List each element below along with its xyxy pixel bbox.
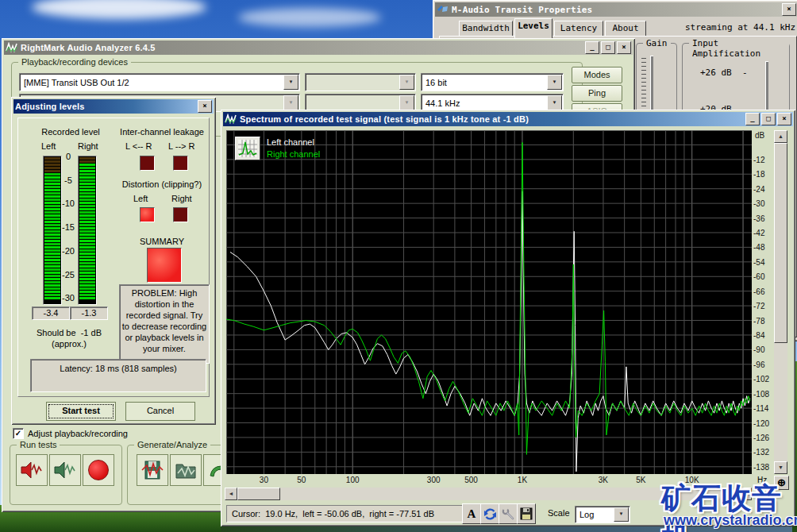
distortion-right-indicator xyxy=(173,207,188,222)
recorded-level-label: Recorded level xyxy=(27,127,114,137)
meter-segment xyxy=(79,243,95,245)
meter-segment xyxy=(79,199,95,201)
run-monitor-test-button[interactable] xyxy=(49,454,81,486)
spectrum-plot[interactable]: Left channel Right channel xyxy=(226,130,752,474)
leakage-label: Inter-channel leakage xyxy=(116,127,208,137)
close-icon[interactable]: × xyxy=(617,41,631,54)
meter-segment xyxy=(44,294,60,296)
input-amp-group-label: Input Amplification xyxy=(689,38,789,59)
rmaa-app-icon xyxy=(6,42,18,53)
scroll-up-icon[interactable]: ▲ xyxy=(774,130,787,143)
font-button[interactable]: A xyxy=(462,503,481,524)
summary-indicator xyxy=(147,248,182,283)
bit-depth-combo[interactable]: 16 bit ▼ xyxy=(421,73,564,91)
meter-segment xyxy=(79,157,95,160)
meter-scale-tick: -10 xyxy=(59,199,78,208)
meter-segment xyxy=(79,173,95,175)
meter-segment xyxy=(79,167,95,169)
chevron-down-icon[interactable]: ▼ xyxy=(547,75,562,90)
meter-segment xyxy=(44,195,60,198)
devices-group-label: Playback/recording devices xyxy=(18,57,131,67)
close-icon[interactable]: × xyxy=(777,113,791,125)
meter-segment xyxy=(44,256,60,258)
chevron-down-icon[interactable]: ▼ xyxy=(283,75,298,90)
meter-segment xyxy=(44,243,60,245)
spectrum-type-button[interactable] xyxy=(235,137,260,160)
db-tick-label: -12 xyxy=(753,156,774,164)
chevron-down-icon[interactable]: ▼ xyxy=(399,75,414,90)
db-tick-label: -36 xyxy=(753,214,774,223)
meter-segment xyxy=(44,170,60,172)
maudio-titlebar: M-Audio Transit Properties × xyxy=(435,2,797,17)
chevron-down-icon[interactable]: ▼ xyxy=(399,95,414,110)
ping-button[interactable]: Ping xyxy=(572,85,622,102)
recording-device-combo[interactable]: ▼ xyxy=(305,73,416,91)
meter-segment xyxy=(44,253,60,255)
meter-segment xyxy=(44,281,60,283)
scroll-down-icon[interactable]: ▼ xyxy=(774,461,787,474)
vscroll-thumb[interactable] xyxy=(774,143,787,343)
scroll-left-icon[interactable]: ◄ xyxy=(225,488,237,500)
amp-mark: +26 dB - xyxy=(700,67,748,78)
analyze-file-button[interactable] xyxy=(170,454,202,486)
cloud xyxy=(238,8,381,27)
meter-segment xyxy=(44,224,60,226)
rmaa-title: RightMark Audio Analyzer 6.4.5 xyxy=(21,43,583,52)
tab-levels[interactable]: Levels xyxy=(514,18,553,38)
plot-vscrollbar[interactable]: ▲ ▼ xyxy=(774,130,787,474)
meter-segment xyxy=(79,179,95,182)
meter-scale-tick: -15 xyxy=(59,222,78,232)
floppy-wave-icon xyxy=(141,460,164,480)
chevron-down-icon[interactable]: ▼ xyxy=(614,507,629,522)
meter-segment xyxy=(44,214,60,217)
db-tick-label: -72 xyxy=(753,302,774,310)
playback-device-combo[interactable]: [MME] Transit USB Out 1/2 ▼ xyxy=(19,73,300,91)
meter-segment xyxy=(79,237,95,239)
meter-segment xyxy=(79,240,95,242)
freq-tick-label: 1K xyxy=(506,476,538,484)
options-button[interactable] xyxy=(499,503,518,524)
minimize-icon[interactable]: _ xyxy=(745,113,760,125)
maximize-icon[interactable]: □ xyxy=(761,113,776,125)
bit-depth-value: 16 bit xyxy=(422,78,546,87)
maudio-app-icon xyxy=(437,4,449,15)
scale-combo[interactable]: Log ▼ xyxy=(575,506,630,523)
db-tick-label: -96 xyxy=(753,360,774,369)
db-tick-label: -60 xyxy=(753,272,774,281)
chevron-down-icon[interactable]: ▼ xyxy=(283,95,298,110)
adjust-checkbox[interactable]: ✓ xyxy=(13,428,24,439)
rmaa-titlebar: RightMark Audio Analyzer 6.4.5 _ □ × xyxy=(4,40,633,55)
cancel-button[interactable]: Cancel xyxy=(125,402,195,421)
close-icon[interactable]: × xyxy=(782,3,796,16)
adjust-checkbox-row: ✓ Adjust playback/recording xyxy=(13,428,128,439)
record-button[interactable] xyxy=(83,454,114,486)
chevron-down-icon[interactable]: ▼ xyxy=(547,95,562,110)
db-tick-label: -54 xyxy=(753,258,774,267)
db-tick-label: -66 xyxy=(753,287,774,296)
folder-wave-icon xyxy=(175,460,197,480)
start-test-button[interactable]: Start test xyxy=(46,402,116,421)
save-test-signal-button[interactable] xyxy=(137,454,168,486)
meter-segment xyxy=(44,240,60,242)
meter-scale-tick: -5 xyxy=(59,175,78,185)
meter-segment xyxy=(79,186,95,188)
run-playback-test-button[interactable] xyxy=(16,454,48,486)
db-tick-label: -132 xyxy=(753,448,774,457)
meter-segment xyxy=(44,183,60,185)
refresh-button[interactable] xyxy=(480,503,499,524)
meter-segment xyxy=(44,275,60,277)
minimize-icon[interactable]: _ xyxy=(585,41,599,54)
maximize-icon[interactable]: □ xyxy=(601,41,615,54)
meter-segment xyxy=(44,221,60,223)
meter-segment xyxy=(44,160,60,163)
maudio-title: M-Audio Transit Properties xyxy=(452,5,780,15)
modes-button[interactable]: Modes xyxy=(572,67,622,83)
meter-segment xyxy=(44,284,60,287)
db-axis: dB -12-18-24-30-36-42-48-54-60-66-72-78-… xyxy=(752,130,774,485)
db-tick-label: -24 xyxy=(753,185,774,194)
close-icon[interactable]: × xyxy=(198,100,212,113)
legend-right-channel: Right channel xyxy=(267,149,320,159)
save-button[interactable] xyxy=(517,503,536,524)
hscroll-thumb[interactable] xyxy=(237,488,280,500)
meter-segment xyxy=(79,205,95,207)
